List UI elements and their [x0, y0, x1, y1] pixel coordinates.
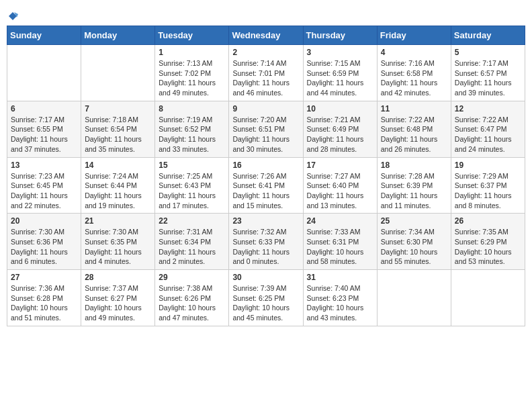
- calendar-cell: [451, 270, 525, 326]
- day-detail: Sunrise: 7:16 AMSunset: 6:58 PMDaylight:…: [381, 58, 447, 98]
- sunrise-text: Sunrise: 7:37 AM: [85, 284, 138, 292]
- day-detail: Sunrise: 7:32 AMSunset: 6:33 PMDaylight:…: [232, 227, 299, 267]
- day-detail: Sunrise: 7:19 AMSunset: 6:52 PMDaylight:…: [159, 115, 225, 154]
- day-number: 10: [307, 104, 373, 113]
- calendar-week-row: 6Sunrise: 7:17 AMSunset: 6:55 PMDaylight…: [7, 101, 525, 157]
- weekday-header-tuesday: Tuesday: [155, 26, 229, 45]
- sunset-text: Sunset: 6:27 PM: [85, 294, 137, 302]
- calendar-week-row: 1Sunrise: 7:13 AMSunset: 7:02 PMDaylight…: [7, 45, 525, 101]
- sunset-text: Sunset: 6:23 PM: [307, 294, 359, 302]
- calendar-cell: 9Sunrise: 7:20 AMSunset: 6:51 PMDaylight…: [229, 101, 303, 157]
- daylight-text: Daylight: 10 hours and 51 minutes.: [11, 304, 68, 322]
- calendar-cell: 30Sunrise: 7:39 AMSunset: 6:25 PMDayligh…: [229, 270, 303, 326]
- calendar-cell: 28Sunrise: 7:37 AMSunset: 6:27 PMDayligh…: [81, 270, 155, 326]
- weekday-header-row: SundayMondayTuesdayWednesdayThursdayFrid…: [7, 26, 525, 45]
- daylight-text: Daylight: 11 hours and 19 minutes.: [85, 191, 142, 210]
- calendar-cell: 8Sunrise: 7:19 AMSunset: 6:52 PMDaylight…: [155, 101, 229, 157]
- sunset-text: Sunset: 6:52 PM: [159, 125, 211, 133]
- calendar-cell: 29Sunrise: 7:38 AMSunset: 6:26 PMDayligh…: [155, 270, 229, 326]
- sunrise-text: Sunrise: 7:40 AM: [307, 284, 361, 292]
- sunset-text: Sunset: 6:28 PM: [11, 294, 63, 302]
- sunrise-text: Sunrise: 7:18 AM: [85, 116, 138, 124]
- day-number: 18: [381, 161, 447, 170]
- day-detail: Sunrise: 7:34 AMSunset: 6:30 PMDaylight:…: [381, 227, 447, 267]
- sunset-text: Sunset: 6:26 PM: [159, 294, 211, 302]
- day-detail: Sunrise: 7:14 AMSunset: 7:01 PMDaylight:…: [232, 58, 299, 98]
- daylight-text: Daylight: 11 hours and 4 minutes.: [85, 248, 142, 266]
- daylight-text: Daylight: 11 hours and 37 minutes.: [11, 135, 68, 153]
- sunset-text: Sunset: 6:48 PM: [381, 125, 433, 133]
- daylight-text: Daylight: 11 hours and 2 minutes.: [159, 248, 216, 266]
- daylight-text: Daylight: 11 hours and 44 minutes.: [307, 79, 364, 97]
- calendar-cell: 15Sunrise: 7:25 AMSunset: 6:43 PMDayligh…: [155, 157, 229, 214]
- calendar-cell: [377, 270, 451, 326]
- sunrise-text: Sunrise: 7:24 AM: [85, 172, 138, 180]
- day-detail: Sunrise: 7:33 AMSunset: 6:31 PMDaylight:…: [307, 227, 373, 267]
- sunrise-text: Sunrise: 7:29 AM: [455, 172, 508, 180]
- day-number: 6: [11, 104, 77, 113]
- day-number: 3: [307, 48, 373, 57]
- daylight-text: Daylight: 10 hours and 58 minutes.: [307, 248, 364, 266]
- day-detail: Sunrise: 7:17 AMSunset: 6:55 PMDaylight:…: [11, 115, 77, 154]
- day-detail: Sunrise: 7:35 AMSunset: 6:29 PMDaylight:…: [455, 227, 521, 267]
- calendar-week-row: 27Sunrise: 7:36 AMSunset: 6:28 PMDayligh…: [7, 270, 525, 326]
- calendar-cell: 18Sunrise: 7:28 AMSunset: 6:39 PMDayligh…: [377, 157, 451, 214]
- calendar-cell: 1Sunrise: 7:13 AMSunset: 7:02 PMDaylight…: [155, 45, 229, 101]
- sunset-text: Sunset: 6:34 PM: [159, 238, 211, 246]
- calendar-cell: 17Sunrise: 7:27 AMSunset: 6:40 PMDayligh…: [303, 157, 377, 214]
- day-number: 14: [85, 161, 151, 170]
- sunset-text: Sunset: 6:44 PM: [85, 181, 137, 189]
- logo-text: [7, 9, 19, 21]
- weekday-header-monday: Monday: [81, 26, 155, 45]
- sunset-text: Sunset: 7:01 PM: [232, 69, 285, 77]
- day-detail: Sunrise: 7:17 AMSunset: 6:57 PMDaylight:…: [455, 58, 521, 98]
- day-number: 30: [232, 273, 299, 282]
- calendar-cell: 14Sunrise: 7:24 AMSunset: 6:44 PMDayligh…: [81, 157, 155, 214]
- daylight-text: Daylight: 11 hours and 39 minutes.: [455, 79, 512, 97]
- weekday-header-friday: Friday: [377, 26, 451, 45]
- sunrise-text: Sunrise: 7:27 AM: [307, 172, 361, 180]
- sunset-text: Sunset: 6:43 PM: [159, 181, 211, 189]
- day-number: 7: [85, 104, 151, 113]
- sunrise-text: Sunrise: 7:14 AM: [232, 59, 286, 67]
- daylight-text: Daylight: 10 hours and 49 minutes.: [85, 304, 142, 322]
- daylight-text: Daylight: 11 hours and 8 minutes.: [455, 191, 512, 210]
- sunrise-text: Sunrise: 7:21 AM: [307, 116, 361, 124]
- calendar-cell: 22Sunrise: 7:31 AMSunset: 6:34 PMDayligh…: [155, 214, 229, 270]
- calendar-cell: 11Sunrise: 7:22 AMSunset: 6:48 PMDayligh…: [377, 101, 451, 157]
- calendar-week-row: 13Sunrise: 7:23 AMSunset: 6:45 PMDayligh…: [7, 157, 525, 214]
- day-detail: Sunrise: 7:23 AMSunset: 6:45 PMDaylight:…: [11, 171, 77, 211]
- day-number: 31: [307, 273, 373, 282]
- day-detail: Sunrise: 7:40 AMSunset: 6:23 PMDaylight:…: [307, 283, 373, 323]
- weekday-header-sunday: Sunday: [7, 26, 81, 45]
- calendar-cell: [81, 45, 155, 101]
- day-number: 12: [455, 104, 521, 113]
- sunset-text: Sunset: 6:51 PM: [232, 125, 285, 133]
- calendar-cell: 20Sunrise: 7:30 AMSunset: 6:36 PMDayligh…: [7, 214, 81, 270]
- day-detail: Sunrise: 7:22 AMSunset: 6:48 PMDaylight:…: [381, 115, 447, 154]
- day-number: 5: [455, 48, 521, 57]
- daylight-text: Daylight: 11 hours and 6 minutes.: [11, 248, 68, 266]
- sunset-text: Sunset: 6:55 PM: [11, 125, 63, 133]
- sunrise-text: Sunrise: 7:30 AM: [85, 228, 138, 236]
- day-number: 15: [159, 161, 225, 170]
- sunrise-text: Sunrise: 7:17 AM: [455, 59, 508, 67]
- day-number: 8: [159, 104, 225, 113]
- sunrise-text: Sunrise: 7:34 AM: [381, 228, 435, 236]
- day-number: 17: [307, 161, 373, 170]
- daylight-text: Daylight: 11 hours and 13 minutes.: [307, 191, 364, 210]
- sunset-text: Sunset: 6:47 PM: [455, 125, 507, 133]
- calendar-cell: 21Sunrise: 7:30 AMSunset: 6:35 PMDayligh…: [81, 214, 155, 270]
- sunrise-text: Sunrise: 7:39 AM: [232, 284, 286, 292]
- day-detail: Sunrise: 7:29 AMSunset: 6:37 PMDaylight:…: [455, 171, 521, 211]
- calendar-cell: 16Sunrise: 7:26 AMSunset: 6:41 PMDayligh…: [229, 157, 303, 214]
- day-number: 11: [381, 104, 447, 113]
- sunset-text: Sunset: 6:57 PM: [455, 69, 507, 77]
- sunset-text: Sunset: 6:25 PM: [232, 294, 285, 302]
- day-detail: Sunrise: 7:31 AMSunset: 6:34 PMDaylight:…: [159, 227, 225, 267]
- sunset-text: Sunset: 6:59 PM: [307, 69, 359, 77]
- logo-icon: [7, 11, 18, 21]
- sunrise-text: Sunrise: 7:36 AM: [11, 284, 64, 292]
- calendar-cell: 5Sunrise: 7:17 AMSunset: 6:57 PMDaylight…: [451, 45, 525, 101]
- day-detail: Sunrise: 7:30 AMSunset: 6:36 PMDaylight:…: [11, 227, 77, 267]
